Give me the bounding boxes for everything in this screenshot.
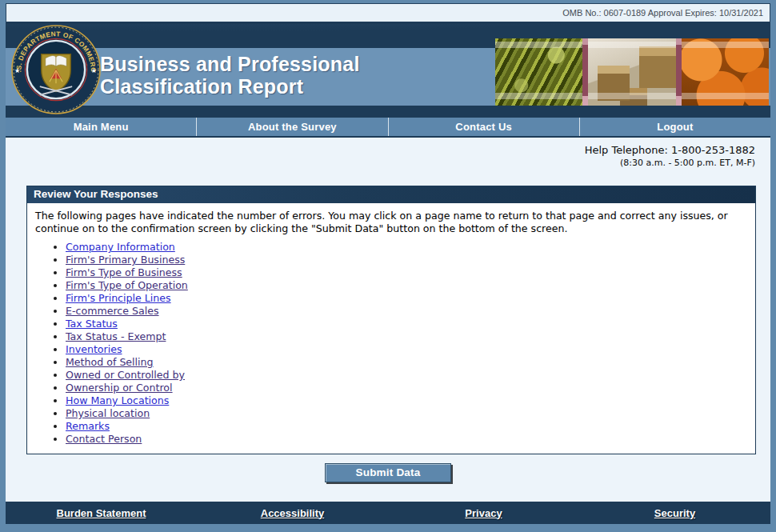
- seal-left-star: ★: [14, 66, 20, 74]
- page-link-method-of-selling[interactable]: Method of Selling: [66, 356, 154, 368]
- list-item: Tax Status: [66, 318, 747, 330]
- page-link-physical-location[interactable]: Physical location: [66, 407, 150, 419]
- panel-body: The following pages have indicated the n…: [27, 203, 755, 454]
- nav-item-about-the-survey[interactable]: About the Survey: [197, 118, 388, 136]
- header-photo-strip: [495, 38, 769, 106]
- list-item: Firm's Principle Lines: [66, 292, 747, 305]
- list-item: Tax Status - Exempt: [66, 330, 747, 343]
- review-responses-panel: Review Your Responses The following page…: [26, 186, 756, 454]
- help-telephone-hours: (8:30 a.m. - 5:00 p.m. ET, M-F): [21, 158, 755, 168]
- app-title-line1: Business and Professional: [100, 53, 360, 75]
- page-link-e-commerce-sales[interactable]: E-commerce Sales: [66, 305, 159, 317]
- page-link-firm-s-principle-lines[interactable]: Firm's Principle Lines: [66, 292, 171, 304]
- photo-separator: [582, 38, 588, 106]
- list-item: Firm's Type of Operation: [66, 279, 747, 292]
- page-link-inventories[interactable]: Inventories: [66, 343, 122, 355]
- photo-separator: [676, 38, 682, 106]
- page-link-firm-s-type-of-operation[interactable]: Firm's Type of Operation: [66, 279, 188, 291]
- footer-bar: Burden StatementAccessibilityPrivacySecu…: [6, 502, 770, 524]
- census-bureau-seal-logo: U.S. DEPARTMENT OF COMMERCE BUREAU OF TH…: [11, 25, 101, 114]
- page-link-remarks[interactable]: Remarks: [66, 420, 110, 432]
- page-link-tax-status-exempt[interactable]: Tax Status - Exempt: [66, 330, 166, 342]
- footer-link-accessibility[interactable]: Accessibility: [197, 507, 388, 519]
- list-item: Company Information: [66, 241, 747, 254]
- screws-photo: [495, 38, 582, 106]
- app-title-line2: Classification Report: [100, 75, 360, 98]
- page-link-tax-status[interactable]: Tax Status: [66, 318, 118, 330]
- footer-link-security[interactable]: Security: [579, 507, 770, 519]
- submit-data-button[interactable]: Submit Data: [325, 463, 452, 482]
- page-link-ownership-or-control[interactable]: Ownership or Control: [66, 382, 173, 394]
- content-area: Help Telephone: 1-800-253-1882 (8:30 a.m…: [6, 138, 770, 502]
- header-banner: Business and Professional Classification…: [6, 24, 770, 116]
- footer-link-burden-statement[interactable]: Burden Statement: [6, 507, 197, 519]
- list-item: How Many Locations: [66, 394, 747, 407]
- help-telephone-number: Help Telephone: 1-800-253-1882: [21, 144, 755, 156]
- response-page-link-list: Company InformationFirm's Primary Busine…: [66, 241, 747, 446]
- page-frame: OMB No.: 0607-0189 Approval Expires: 10/…: [0, 0, 776, 532]
- omb-bar: OMB No.: 0607-0189 Approval Expires: 10/…: [6, 3, 770, 24]
- footer-link-privacy[interactable]: Privacy: [388, 507, 579, 519]
- nav-item-logout[interactable]: Logout: [580, 118, 770, 136]
- page-link-how-many-locations[interactable]: How Many Locations: [66, 394, 169, 406]
- list-item: Firm's Primary Business: [66, 254, 747, 266]
- list-item: Firm's Type of Business: [66, 266, 747, 279]
- nav-item-contact-us[interactable]: Contact Us: [389, 118, 580, 136]
- page-link-owned-or-controlled-by[interactable]: Owned or Controlled by: [66, 369, 185, 381]
- help-telephone: Help Telephone: 1-800-253-1882 (8:30 a.m…: [21, 144, 755, 168]
- page-link-firm-s-type-of-business[interactable]: Firm's Type of Business: [66, 266, 182, 278]
- page-link-contact-person[interactable]: Contact Person: [66, 433, 142, 445]
- panel-description: The following pages have indicated the n…: [35, 210, 747, 235]
- submit-row: Submit Data: [21, 463, 755, 482]
- list-item: Physical location: [66, 407, 747, 420]
- list-item: Owned or Controlled by: [66, 369, 747, 382]
- list-item: Method of Selling: [66, 356, 747, 369]
- main-navbar: Main MenuAbout the SurveyContact UsLogou…: [6, 116, 770, 138]
- panel-title: Review Your Responses: [27, 186, 755, 203]
- nav-item-main-menu[interactable]: Main Menu: [6, 118, 197, 136]
- page-link-firm-s-primary-business[interactable]: Firm's Primary Business: [66, 254, 185, 266]
- boxes-photo: [588, 38, 675, 106]
- list-item: Inventories: [66, 343, 747, 356]
- page-link-company-information[interactable]: Company Information: [66, 241, 175, 253]
- list-item: Ownership or Control: [66, 382, 747, 394]
- omb-approval-text: OMB No.: 0607-0189 Approval Expires: 10/…: [562, 8, 763, 18]
- app-title: Business and Professional Classification…: [100, 53, 360, 98]
- oranges-photo: [682, 38, 769, 106]
- list-item: E-commerce Sales: [66, 305, 747, 318]
- list-item: Contact Person: [66, 433, 747, 446]
- list-item: Remarks: [66, 420, 747, 433]
- seal-right-star: ★: [91, 66, 97, 74]
